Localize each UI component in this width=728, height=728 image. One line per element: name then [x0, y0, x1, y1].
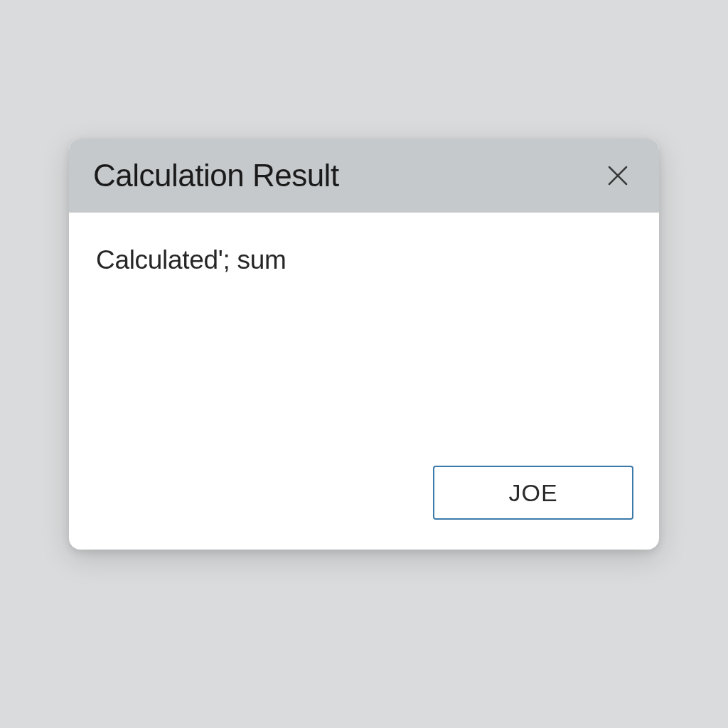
action-button[interactable]: JOE — [433, 466, 633, 520]
close-button[interactable] — [602, 160, 633, 191]
result-text: Calculated'; sum — [96, 245, 632, 275]
calculation-result-dialog: Calculation Result Calculated'; sum JOE — [69, 139, 659, 550]
dialog-title: Calculation Result — [93, 158, 339, 193]
close-icon — [606, 164, 629, 187]
dialog-body: Calculated'; sum — [69, 213, 659, 466]
dialog-footer: JOE — [69, 466, 659, 550]
dialog-header: Calculation Result — [69, 139, 659, 213]
